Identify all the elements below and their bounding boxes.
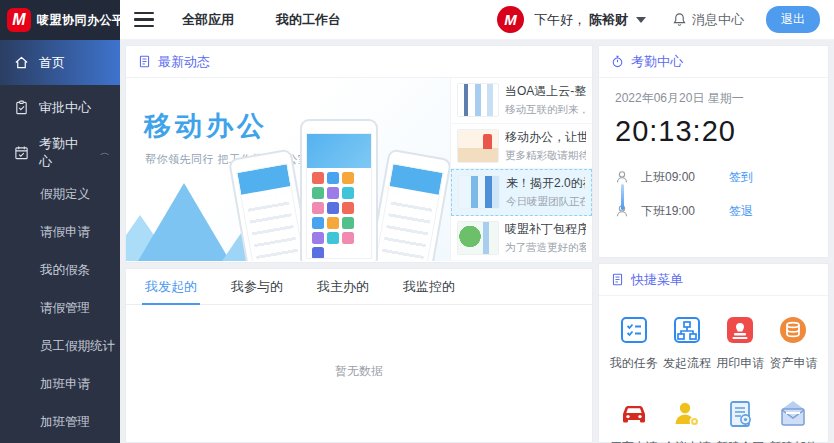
news-item[interactable]: 当OA遇上云-整个协同OA 移动互联的到来，让OA与云 [451, 78, 592, 124]
sidebar-subitem-overtime-request[interactable]: 加班申请 [0, 365, 120, 403]
sidebar-subitem-overtime-management[interactable]: 加班管理 [0, 403, 120, 441]
quick-item-label: 资产申请 [769, 355, 817, 372]
nav-all-apps[interactable]: 全部应用 [182, 11, 234, 29]
news-item-highlighted[interactable]: 来！揭开2.0的神秘面纱~ 今日唛盟团队正在加班加点, [451, 169, 592, 216]
attendance-header: 考勤中心 [599, 46, 828, 78]
latest-news-title: 最新动态 [158, 53, 210, 71]
news-desc: 今日唛盟团队正在加班加点, [506, 195, 585, 209]
quick-item-my-tasks[interactable]: 我的任务 [607, 314, 660, 372]
user-greeting[interactable]: 下午好，陈裕财 [534, 11, 646, 29]
task-list-icon [618, 314, 650, 346]
home-icon [14, 55, 29, 70]
sidebar-subitem-leave-management[interactable]: 请假管理 [0, 289, 120, 327]
app-logo-area: M 唛盟协同办公平台 [0, 0, 120, 40]
quick-item-label: 会议申请 [663, 439, 711, 443]
quick-menu-header: 快捷菜单 [599, 264, 828, 296]
sidebar-item-approval-center[interactable]: 审批中心 [0, 85, 120, 130]
quick-item-label: 发起流程 [663, 355, 711, 372]
phone-illustration [368, 148, 450, 261]
quick-item-new-contract[interactable]: 新建合同 [714, 398, 767, 443]
quick-item-label: 新建合同 [716, 439, 764, 443]
news-desc: 为了营造更好的客户体验，唛 [505, 241, 586, 255]
sidebar: 首页 审批中心 考勤中心 ︿ 假期定义 请假申请 我的假条 请假管理 员工假期统… [0, 40, 120, 443]
message-center-button[interactable]: 消息中心 [672, 11, 744, 29]
news-title: 当OA遇上云-整个协同OA [505, 83, 586, 100]
empty-data-text: 暂无数据 [126, 305, 592, 380]
sidebar-item-label: 审批中心 [39, 99, 91, 117]
mail-icon [777, 398, 809, 430]
checkin-row: 上班09:00 签到 [615, 162, 812, 192]
latest-news-panel: 最新动态 移动办公 帮你领先同行 把工作带出办公室 [125, 45, 593, 263]
phone-illustration [300, 119, 378, 261]
news-title: 唛盟补丁包程序更新 [505, 221, 586, 238]
quick-menu-panel: 快捷菜单 我的任务 发起流程 [598, 263, 829, 443]
attendance-clock: 20:13:20 [615, 115, 812, 148]
news-thumbnail [457, 221, 499, 255]
news-thumbnail [458, 175, 500, 209]
greeting-text: 下午好， [534, 11, 586, 29]
attendance-panel: 考勤中心 2022年06月20日 星期一 20:13:20 上班09:00 签到 [598, 45, 829, 258]
news-item[interactable]: 唛盟补丁包程序更新 为了营造更好的客户体验，唛 [451, 216, 592, 262]
attendance-date: 2022年06月20日 星期一 [615, 90, 812, 107]
flow-chart-icon [671, 314, 703, 346]
tasks-tab-bar: 我发起的 我参与的 我主办的 我监控的 [126, 269, 592, 305]
clipboard-icon [14, 100, 29, 115]
quick-menu-title: 快捷菜单 [631, 271, 683, 289]
attendance-title: 考勤中心 [631, 53, 683, 71]
chevron-down-icon [636, 17, 646, 23]
checkin-link[interactable]: 签到 [729, 169, 753, 186]
quick-item-seal-request[interactable]: 用印申请 [714, 314, 767, 372]
sidebar-item-attendance-center[interactable]: 考勤中心 ︿ [0, 130, 120, 175]
menu-toggle-icon[interactable] [134, 12, 154, 28]
news-list: 当OA遇上云-整个协同OA 移动互联的到来，让OA与云 移动办公，让世界触手可 … [450, 78, 592, 261]
news-thumbnail [457, 129, 499, 163]
quick-item-label: 新建邮件 [769, 439, 817, 443]
sidebar-item-home[interactable]: 首页 [0, 40, 120, 85]
sidebar-subitem-leave-request[interactable]: 请假申请 [0, 213, 120, 251]
news-title: 移动办公，让世界触手可 [505, 129, 586, 146]
news-item[interactable]: 移动办公，让世界触手可 更多精彩敬请期待........ [451, 124, 592, 170]
document-icon [611, 273, 624, 286]
latest-news-header: 最新动态 [126, 46, 592, 78]
app-logo: M [7, 8, 31, 32]
news-thumbnail [457, 83, 499, 117]
sidebar-subitem-holiday-definition[interactable]: 假期定义 [0, 175, 120, 213]
checkout-link[interactable]: 签退 [729, 203, 753, 220]
calendar-check-icon [14, 145, 29, 160]
car-icon [618, 398, 650, 430]
tab-initiated-by-me[interactable]: 我发起的 [128, 269, 214, 304]
sidebar-subitem-my-leave-slips[interactable]: 我的假条 [0, 251, 120, 289]
banner-headline: 移动办公 [144, 108, 268, 144]
tab-participated-by-me[interactable]: 我参与的 [214, 269, 300, 304]
quick-item-label: 用车申请 [610, 439, 658, 443]
mobile-office-banner[interactable]: 移动办公 帮你领先同行 把工作带出办公室 [126, 78, 450, 261]
nav-my-workspace[interactable]: 我的工作台 [276, 11, 341, 29]
sidebar-item-label: 首页 [39, 54, 65, 72]
news-title: 来！揭开2.0的神秘面纱~ [506, 175, 585, 192]
quick-item-new-mail[interactable]: 新建邮件 [767, 398, 820, 443]
document-icon [138, 55, 151, 68]
logout-button[interactable]: 退出 [766, 6, 820, 33]
quick-item-meeting-request[interactable]: 会议申请 [660, 398, 713, 443]
news-desc: 移动互联的到来，让OA与云 [505, 103, 586, 117]
tab-hosted-by-me[interactable]: 我主办的 [300, 269, 386, 304]
checkout-label: 下班19:00 [641, 203, 695, 220]
quick-item-label: 我的任务 [610, 355, 658, 372]
person-icon [615, 170, 629, 184]
top-header: M 唛盟协同办公平台 全部应用 我的工作台 M 下午好，陈裕财 消息中心 退出 [0, 0, 834, 40]
quick-item-asset-request[interactable]: 资产申请 [767, 314, 820, 372]
news-desc: 更多精彩敬请期待........ [505, 149, 586, 163]
quick-item-label: 用印申请 [716, 355, 764, 372]
stamp-icon [724, 314, 756, 346]
quick-item-start-workflow[interactable]: 发起流程 [660, 314, 713, 372]
user-avatar[interactable]: M [497, 6, 524, 33]
user-name: 陈裕财 [589, 11, 628, 29]
message-center-label: 消息中心 [692, 11, 744, 29]
stopwatch-icon [611, 55, 624, 68]
tasks-panel: 我发起的 我参与的 我主办的 我监控的 暂无数据 [125, 268, 593, 443]
main-content: 最新动态 移动办公 帮你领先同行 把工作带出办公室 [120, 40, 834, 443]
mountain-shape [138, 183, 230, 261]
sidebar-subitem-employee-holiday-stats[interactable]: 员工假期统计 [0, 327, 120, 365]
quick-item-vehicle-request[interactable]: 用车申请 [607, 398, 660, 443]
tab-monitored-by-me[interactable]: 我监控的 [386, 269, 472, 304]
